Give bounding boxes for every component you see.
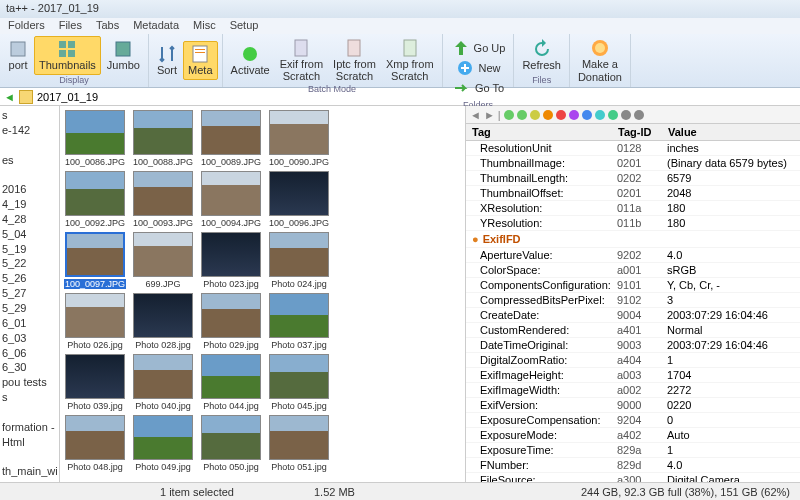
meta-row[interactable]: ExposureTime:829a1 — [466, 443, 800, 458]
thumbnail[interactable]: Photo 028.jpg — [132, 293, 194, 350]
thumbnail[interactable]: Photo 029.jpg — [200, 293, 262, 350]
xmp-scratch-button[interactable]: Xmp from Scratch — [382, 36, 438, 84]
menu-folders[interactable]: Folders — [8, 19, 45, 33]
filter-dot[interactable] — [517, 110, 527, 120]
tree-item[interactable]: 5_22 — [2, 256, 57, 271]
meta-group[interactable]: ExifIFD — [466, 231, 800, 248]
meta-row[interactable]: ExposureCompensation:92040 — [466, 413, 800, 428]
menu-files[interactable]: Files — [59, 19, 82, 33]
tree-item[interactable]: 6_30 — [2, 360, 57, 375]
tree-item[interactable]: 6_06 — [2, 346, 57, 361]
meta-row[interactable]: ResolutionUnit0128inches — [466, 141, 800, 156]
tree-item[interactable] — [2, 167, 57, 182]
goto-button[interactable]: Go To — [448, 76, 508, 100]
thumbnail[interactable]: 100_0093.JPG — [132, 171, 194, 228]
tree-item[interactable] — [2, 138, 57, 153]
thumbnail[interactable]: Photo 045.jpg — [268, 354, 330, 411]
thumbnail[interactable]: Photo 023.jpg — [200, 232, 262, 289]
tree-item[interactable]: 2016 — [2, 182, 57, 197]
meta-row[interactable]: ComponentsConfiguration:9101Y, Cb, Cr, - — [466, 278, 800, 293]
filter-dot[interactable] — [504, 110, 514, 120]
tree-item[interactable] — [2, 405, 57, 420]
tree-item[interactable] — [2, 479, 57, 482]
meta-row[interactable]: CompressedBitsPerPixel:91023 — [466, 293, 800, 308]
tree-item[interactable]: 5_26 — [2, 271, 57, 286]
tree-item[interactable]: 4_28 — [2, 212, 57, 227]
meta-row[interactable]: DateTimeOriginal:90032003:07:29 16:04:46 — [466, 338, 800, 353]
tree-item[interactable]: 4_19 — [2, 197, 57, 212]
meta-row[interactable]: YResolution:011b180 — [466, 216, 800, 231]
folder-tree[interactable]: se-142 es 20164_194_285_045_195_225_265_… — [0, 106, 60, 482]
filter-dot[interactable] — [556, 110, 566, 120]
donate-button[interactable]: Make a Donation — [574, 36, 626, 84]
thumbnail[interactable]: 100_0094.JPG — [200, 171, 262, 228]
filter-dot[interactable] — [634, 110, 644, 120]
meta-row[interactable]: ExposureMode:a402Auto — [466, 428, 800, 443]
activate-button[interactable]: Activate — [227, 42, 274, 78]
filter-dot[interactable] — [608, 110, 618, 120]
menu-metadata[interactable]: Metadata — [133, 19, 179, 33]
tree-item[interactable]: 5_04 — [2, 227, 57, 242]
thumbnail[interactable]: 100_0092.JPG — [64, 171, 126, 228]
thumbnail[interactable]: Photo 040.jpg — [132, 354, 194, 411]
tree-item[interactable]: es — [2, 153, 57, 168]
iptc-scratch-button[interactable]: Iptc from Scratch — [329, 36, 380, 84]
meta-row[interactable]: FNumber:829d4.0 — [466, 458, 800, 473]
thumbnail[interactable]: Photo 037.jpg — [268, 293, 330, 350]
thumbnail-grid[interactable]: 100_0086.JPG100_0088.JPG100_0089.JPG100_… — [60, 106, 465, 482]
thumbnail[interactable]: Photo 024.jpg — [268, 232, 330, 289]
thumbnail[interactable]: Photo 050.jpg — [200, 415, 262, 472]
thumbnail[interactable]: Photo 039.jpg — [64, 354, 126, 411]
thumbnail[interactable]: 100_0088.JPG — [132, 110, 194, 167]
jumbo-button[interactable]: Jumbo — [103, 37, 144, 73]
thumbnail[interactable]: 100_0090.JPG — [268, 110, 330, 167]
thumbnail[interactable]: Photo 044.jpg — [200, 354, 262, 411]
menu-misc[interactable]: Misc — [193, 19, 216, 33]
meta-body[interactable]: ResolutionUnit0128inchesThumbnailImage:0… — [466, 141, 800, 482]
thumbnail[interactable]: Photo 026.jpg — [64, 293, 126, 350]
meta-row[interactable]: ExifImageWidth:a0022272 — [466, 383, 800, 398]
meta-row[interactable]: ColorSpace:a001sRGB — [466, 263, 800, 278]
tree-item[interactable]: formation - Altap Sal — [2, 420, 57, 435]
tree-item[interactable]: s — [2, 108, 57, 123]
tree-item[interactable]: 5_29 — [2, 301, 57, 316]
meta-row[interactable]: ExifVersion:90000220 — [466, 398, 800, 413]
refresh-button[interactable]: Refresh — [518, 37, 565, 73]
tree-item[interactable]: e-142 — [2, 123, 57, 138]
thumbnail[interactable]: Photo 051.jpg — [268, 415, 330, 472]
tree-item[interactable]: 5_27 — [2, 286, 57, 301]
thumbnail[interactable]: Photo 048.jpg — [64, 415, 126, 472]
meta-row[interactable]: ApertureValue:92024.0 — [466, 248, 800, 263]
meta-row[interactable]: ExifImageHeight:a0031704 — [466, 368, 800, 383]
tree-item[interactable] — [2, 449, 57, 464]
tree-item[interactable]: 6_01 — [2, 316, 57, 331]
report-button[interactable]: port — [4, 37, 32, 73]
meta-button[interactable]: Meta — [183, 41, 217, 79]
meta-row[interactable]: ThumbnailOffset:02012048 — [466, 186, 800, 201]
thumbnails-button[interactable]: Thumbnails — [34, 36, 101, 74]
sort-button[interactable]: Sort — [153, 42, 181, 78]
breadcrumb[interactable]: ◄ 2017_01_19 — [0, 88, 800, 106]
meta-row[interactable]: CustomRendered:a401Normal — [466, 323, 800, 338]
thumbnail[interactable]: 100_0097.JPG — [64, 232, 126, 289]
filter-dot[interactable] — [569, 110, 579, 120]
meta-row[interactable]: ThumbnailImage:0201(Binary data 6579 byt… — [466, 156, 800, 171]
menu-tabs[interactable]: Tabs — [96, 19, 119, 33]
tree-item[interactable]: th_main_window — [2, 464, 57, 479]
thumbnail[interactable]: Photo 049.jpg — [132, 415, 194, 472]
thumbnail[interactable]: 100_0089.JPG — [200, 110, 262, 167]
thumbnail[interactable]: 100_0086.JPG — [64, 110, 126, 167]
thumbnail[interactable]: 100_0096.JPG — [268, 171, 330, 228]
filter-dot[interactable] — [543, 110, 553, 120]
tree-item[interactable]: 5_19 — [2, 242, 57, 257]
meta-toolbar[interactable]: ◄►| — [466, 106, 800, 124]
meta-row[interactable]: FileSource:a300Digital Camera — [466, 473, 800, 482]
meta-row[interactable]: ThumbnailLength:02026579 — [466, 171, 800, 186]
tree-item[interactable]: s — [2, 390, 57, 405]
menu-setup[interactable]: Setup — [230, 19, 259, 33]
meta-row[interactable]: CreateDate:90042003:07:29 16:04:46 — [466, 308, 800, 323]
thumbnail[interactable]: 699.JPG — [132, 232, 194, 289]
filter-dot[interactable] — [582, 110, 592, 120]
meta-row[interactable]: XResolution:011a180 — [466, 201, 800, 216]
filter-dot[interactable] — [621, 110, 631, 120]
